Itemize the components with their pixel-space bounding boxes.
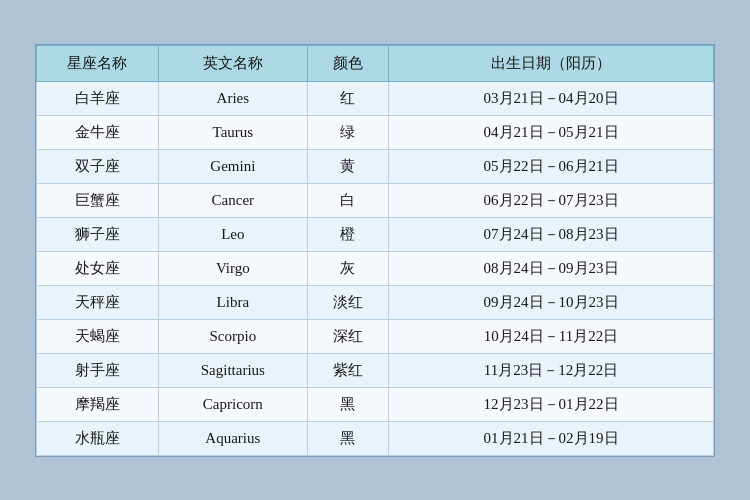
cell-color: 黄 xyxy=(307,149,388,183)
cell-date: 05月22日－06月21日 xyxy=(389,149,714,183)
table-row: 金牛座Taurus绿04月21日－05月21日 xyxy=(37,115,714,149)
cell-english: Gemini xyxy=(158,149,307,183)
header-chinese: 星座名称 xyxy=(37,45,159,81)
cell-english: Taurus xyxy=(158,115,307,149)
cell-color: 灰 xyxy=(307,251,388,285)
header-date: 出生日期（阳历） xyxy=(389,45,714,81)
cell-date: 10月24日－11月22日 xyxy=(389,319,714,353)
cell-english: Capricorn xyxy=(158,387,307,421)
cell-date: 12月23日－01月22日 xyxy=(389,387,714,421)
cell-date: 04月21日－05月21日 xyxy=(389,115,714,149)
cell-date: 08月24日－09月23日 xyxy=(389,251,714,285)
table-row: 天秤座Libra淡红09月24日－10月23日 xyxy=(37,285,714,319)
cell-color: 淡红 xyxy=(307,285,388,319)
cell-chinese: 白羊座 xyxy=(37,81,159,115)
cell-color: 黑 xyxy=(307,387,388,421)
table-row: 白羊座Aries红03月21日－04月20日 xyxy=(37,81,714,115)
table-row: 巨蟹座Cancer白06月22日－07月23日 xyxy=(37,183,714,217)
table-row: 摩羯座Capricorn黑12月23日－01月22日 xyxy=(37,387,714,421)
cell-chinese: 摩羯座 xyxy=(37,387,159,421)
table-row: 天蝎座Scorpio深红10月24日－11月22日 xyxy=(37,319,714,353)
cell-color: 白 xyxy=(307,183,388,217)
cell-chinese: 双子座 xyxy=(37,149,159,183)
cell-chinese: 天蝎座 xyxy=(37,319,159,353)
header-english: 英文名称 xyxy=(158,45,307,81)
cell-english: Scorpio xyxy=(158,319,307,353)
table-header-row: 星座名称 英文名称 颜色 出生日期（阳历） xyxy=(37,45,714,81)
cell-chinese: 狮子座 xyxy=(37,217,159,251)
cell-english: Aquarius xyxy=(158,421,307,455)
cell-color: 绿 xyxy=(307,115,388,149)
cell-chinese: 水瓶座 xyxy=(37,421,159,455)
cell-chinese: 金牛座 xyxy=(37,115,159,149)
cell-date: 06月22日－07月23日 xyxy=(389,183,714,217)
cell-chinese: 处女座 xyxy=(37,251,159,285)
table-row: 射手座Sagittarius紫红11月23日－12月22日 xyxy=(37,353,714,387)
table-row: 双子座Gemini黄05月22日－06月21日 xyxy=(37,149,714,183)
cell-date: 01月21日－02月19日 xyxy=(389,421,714,455)
zodiac-table-container: 星座名称 英文名称 颜色 出生日期（阳历） 白羊座Aries红03月21日－04… xyxy=(35,44,715,457)
cell-english: Aries xyxy=(158,81,307,115)
cell-english: Cancer xyxy=(158,183,307,217)
cell-english: Virgo xyxy=(158,251,307,285)
zodiac-table: 星座名称 英文名称 颜色 出生日期（阳历） 白羊座Aries红03月21日－04… xyxy=(36,45,714,456)
table-row: 水瓶座Aquarius黑01月21日－02月19日 xyxy=(37,421,714,455)
cell-english: Sagittarius xyxy=(158,353,307,387)
header-color: 颜色 xyxy=(307,45,388,81)
cell-date: 07月24日－08月23日 xyxy=(389,217,714,251)
table-row: 狮子座Leo橙07月24日－08月23日 xyxy=(37,217,714,251)
cell-english: Libra xyxy=(158,285,307,319)
cell-date: 11月23日－12月22日 xyxy=(389,353,714,387)
cell-chinese: 天秤座 xyxy=(37,285,159,319)
cell-color: 深红 xyxy=(307,319,388,353)
table-row: 处女座Virgo灰08月24日－09月23日 xyxy=(37,251,714,285)
cell-english: Leo xyxy=(158,217,307,251)
cell-date: 03月21日－04月20日 xyxy=(389,81,714,115)
cell-color: 红 xyxy=(307,81,388,115)
table-body: 白羊座Aries红03月21日－04月20日金牛座Taurus绿04月21日－0… xyxy=(37,81,714,455)
cell-chinese: 巨蟹座 xyxy=(37,183,159,217)
cell-color: 紫红 xyxy=(307,353,388,387)
cell-color: 黑 xyxy=(307,421,388,455)
cell-chinese: 射手座 xyxy=(37,353,159,387)
cell-date: 09月24日－10月23日 xyxy=(389,285,714,319)
cell-color: 橙 xyxy=(307,217,388,251)
